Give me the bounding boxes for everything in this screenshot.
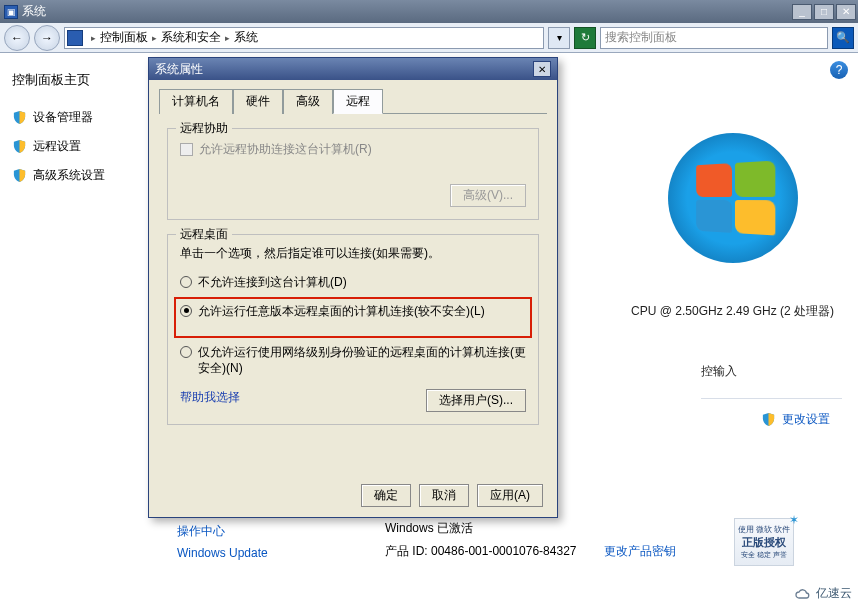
sidebar-item-label: 远程设置 xyxy=(33,138,81,155)
product-id-label: 产品 ID: xyxy=(385,544,428,558)
minimize-button[interactable]: _ xyxy=(792,4,812,20)
remote-assistance-advanced-button: 高级(V)... xyxy=(450,184,526,207)
group-title-remote-assistance: 远程协助 xyxy=(176,120,232,137)
badge-line1: 使用 微软 软件 xyxy=(738,524,790,535)
change-product-key-link[interactable]: 更改产品密钥 xyxy=(604,544,676,558)
sidebar-item-label: 设备管理器 xyxy=(33,109,93,126)
system-icon: ▣ xyxy=(4,5,18,19)
input-label: 控输入 xyxy=(701,363,737,380)
select-users-button[interactable]: 选择用户(S)... xyxy=(426,389,526,412)
shield-icon xyxy=(761,412,776,427)
dialog-titlebar: 系统属性 ✕ xyxy=(149,58,557,80)
breadcrumb-root[interactable]: 控制面板 xyxy=(100,29,148,46)
window-title: 系统 xyxy=(22,3,46,20)
tab-remote[interactable]: 远程 xyxy=(333,89,383,114)
search-input[interactable]: 搜索控制面板 xyxy=(600,27,828,49)
checkbox-label: 允许远程协助连接这台计算机(R) xyxy=(199,141,372,158)
shield-icon xyxy=(12,168,27,183)
radio-label: 允许运行任意版本远程桌面的计算机连接(较不安全)(L) xyxy=(198,303,485,320)
activation-section: Windows 已激活 产品 ID: 00486-001-0001076-843… xyxy=(385,520,676,566)
radio-icon xyxy=(180,346,192,358)
sidebar: 控制面板主页 设备管理器 远程设置 高级系统设置 xyxy=(0,53,145,606)
window-titlebar: ▣ 系统 _ □ ✕ xyxy=(0,0,858,23)
divider xyxy=(701,398,842,399)
search-button[interactable]: 🔍 xyxy=(832,27,854,49)
shield-icon xyxy=(12,110,27,125)
refresh-button[interactable]: ↻ xyxy=(574,27,596,49)
highlight-box: 允许运行任意版本远程桌面的计算机连接(较不安全)(L) xyxy=(174,297,532,338)
nav-back-button[interactable]: ← xyxy=(4,25,30,51)
badge-line2: 正版授权 xyxy=(742,535,786,550)
cancel-button[interactable]: 取消 xyxy=(419,484,469,507)
breadcrumb-dropdown[interactable]: ▾ xyxy=(548,27,570,49)
radio-dont-allow[interactable]: 不允许连接到这台计算机(D) xyxy=(180,274,526,291)
radio-allow-any-version[interactable]: 允许运行任意版本远程桌面的计算机连接(较不安全)(L) xyxy=(180,303,526,320)
nav-forward-button[interactable]: → xyxy=(34,25,60,51)
sidebar-item-advanced-settings[interactable]: 高级系统设置 xyxy=(12,167,133,184)
tab-computer-name[interactable]: 计算机名 xyxy=(159,89,233,114)
checkbox-icon xyxy=(180,143,193,156)
maximize-button[interactable]: □ xyxy=(814,4,834,20)
breadcrumb-page[interactable]: 系统 xyxy=(234,29,258,46)
change-settings-label: 更改设置 xyxy=(782,411,830,428)
genuine-badge: ✶ 使用 微软 软件 正版授权 安全 稳定 声誉 xyxy=(734,518,794,566)
sidebar-item-device-manager[interactable]: 设备管理器 xyxy=(12,109,133,126)
sidebar-home-link[interactable]: 控制面板主页 xyxy=(12,71,133,89)
change-settings-link[interactable]: 更改设置 xyxy=(761,411,830,428)
help-me-choose-link[interactable]: 帮助我选择 xyxy=(180,389,240,412)
dialog-button-row: 确定 取消 应用(A) xyxy=(361,484,543,507)
group-title-remote-desktop: 远程桌面 xyxy=(176,226,232,243)
cloud-icon xyxy=(794,586,810,602)
system-properties-dialog: 系统属性 ✕ 计算机名 硬件 高级 远程 远程协助 允许远程协助连接这台计算机(… xyxy=(148,57,558,518)
allow-remote-assistance-checkbox: 允许远程协助连接这台计算机(R) xyxy=(180,141,526,158)
sidebar-item-remote-settings[interactable]: 远程设置 xyxy=(12,138,133,155)
remote-desktop-group: 远程桌面 单击一个选项，然后指定谁可以连接(如果需要)。 不允许连接到这台计算机… xyxy=(167,234,539,425)
radio-icon xyxy=(180,305,192,317)
apply-button[interactable]: 应用(A) xyxy=(477,484,543,507)
sidebar-item-label: 高级系统设置 xyxy=(33,167,105,184)
close-button[interactable]: ✕ xyxy=(836,4,856,20)
breadcrumb-group[interactable]: 系统和安全 xyxy=(161,29,221,46)
radio-label: 仅允许运行使用网络级别身份验证的远程桌面的计算机连接(更安全)(N) xyxy=(198,344,526,378)
chevron-right-icon: ▸ xyxy=(225,33,230,43)
search-placeholder: 搜索控制面板 xyxy=(605,29,677,46)
windows-logo xyxy=(668,133,798,263)
cpu-info-text: CPU @ 2.50GHz 2.49 GHz (2 处理器) xyxy=(631,303,834,320)
help-icon[interactable]: ? xyxy=(830,61,848,79)
product-id-value: 00486-001-0001076-84327 xyxy=(431,544,576,558)
tab-hardware[interactable]: 硬件 xyxy=(233,89,283,114)
badge-line3: 安全 稳定 声誉 xyxy=(741,550,787,560)
remote-assistance-group: 远程协助 允许远程协助连接这台计算机(R) 高级(V)... xyxy=(167,128,539,220)
watermark-text: 亿速云 xyxy=(816,586,852,600)
radio-label: 不允许连接到这台计算机(D) xyxy=(198,274,347,291)
ok-button[interactable]: 确定 xyxy=(361,484,411,507)
radio-allow-nla-only[interactable]: 仅允许运行使用网络级别身份验证的远程桌面的计算机连接(更安全)(N) xyxy=(180,344,526,378)
remote-desktop-hint: 单击一个选项，然后指定谁可以连接(如果需要)。 xyxy=(180,245,526,262)
tab-remote-content: 远程协助 允许远程协助连接这台计算机(R) 高级(V)... 远程桌面 单击一个… xyxy=(159,122,547,502)
breadcrumb[interactable]: ▸ 控制面板 ▸ 系统和安全 ▸ 系统 xyxy=(64,27,544,49)
chevron-right-icon: ▸ xyxy=(91,33,96,43)
shield-icon xyxy=(12,139,27,154)
tab-advanced[interactable]: 高级 xyxy=(283,89,333,114)
radio-icon xyxy=(180,276,192,288)
dialog-close-button[interactable]: ✕ xyxy=(533,61,551,77)
toolbar: ← → ▸ 控制面板 ▸ 系统和安全 ▸ 系统 ▾ ↻ 搜索控制面板 🔍 xyxy=(0,23,858,53)
see-also-link-action-center[interactable]: 操作中心 xyxy=(177,523,268,540)
chevron-right-icon: ▸ xyxy=(152,33,157,43)
dialog-title: 系统属性 xyxy=(155,61,203,78)
dialog-tabs: 计算机名 硬件 高级 远程 xyxy=(159,88,547,114)
activation-status: Windows 已激活 xyxy=(385,520,676,537)
see-also-link-windows-update[interactable]: Windows Update xyxy=(177,546,268,560)
breadcrumb-icon xyxy=(67,30,83,46)
star-icon: ✶ xyxy=(789,513,799,527)
watermark-brand: 亿速云 xyxy=(794,585,852,602)
